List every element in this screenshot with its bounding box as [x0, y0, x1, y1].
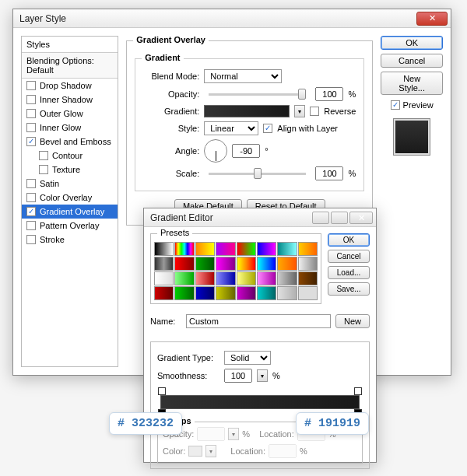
smoothness-dropdown-icon[interactable]	[257, 369, 268, 382]
style-checkbox[interactable]	[26, 137, 36, 146]
maximize-icon[interactable]	[331, 212, 348, 224]
ge-save-button[interactable]: Save...	[328, 282, 370, 296]
preset-swatch[interactable]	[277, 286, 297, 300]
preset-swatch[interactable]	[174, 286, 194, 300]
style-item-satin[interactable]: Satin	[22, 177, 118, 191]
preset-swatch[interactable]	[277, 271, 297, 285]
style-checkbox[interactable]	[26, 221, 36, 230]
ge-cancel-button[interactable]: Cancel	[328, 250, 370, 263]
preset-swatch[interactable]	[277, 257, 297, 271]
style-checkbox[interactable]	[26, 179, 36, 188]
preset-swatch[interactable]	[237, 271, 256, 285]
style-item-gradient-overlay[interactable]: Gradient Overlay	[22, 205, 118, 219]
style-checkbox[interactable]	[26, 109, 36, 118]
preset-swatch[interactable]	[216, 271, 235, 285]
style-label: Inner Glow	[40, 123, 81, 132]
preset-swatch[interactable]	[195, 257, 215, 271]
styles-panel: Styles Blending Options: Default Drop Sh…	[21, 36, 118, 367]
preset-swatch[interactable]	[257, 257, 276, 271]
style-checkbox[interactable]	[39, 165, 48, 174]
style-select[interactable]: Linear	[204, 121, 258, 135]
preset-swatch[interactable]	[298, 271, 318, 285]
close-icon[interactable]: ✕	[349, 212, 373, 224]
styles-header[interactable]: Styles	[22, 37, 118, 53]
name-input[interactable]	[186, 314, 331, 328]
blend-mode-select[interactable]: Normal	[204, 69, 282, 83]
preset-swatch[interactable]	[237, 242, 256, 256]
ok-button[interactable]: OK	[381, 36, 443, 50]
new-button[interactable]: New	[335, 314, 370, 328]
style-label: Bevel and Emboss	[40, 137, 111, 146]
type-select[interactable]: Solid	[224, 351, 271, 365]
minimize-icon[interactable]	[312, 212, 329, 224]
reverse-checkbox[interactable]	[310, 107, 319, 116]
style-item-color-overlay[interactable]: Color Overlay	[22, 191, 118, 205]
preset-swatch[interactable]	[298, 242, 318, 256]
style-item-drop-shadow[interactable]: Drop Shadow	[22, 79, 118, 93]
preset-swatch[interactable]	[298, 286, 318, 300]
opacity-label: Opacity:	[143, 89, 199, 99]
style-checkbox[interactable]	[26, 95, 36, 104]
opacity-stop-left[interactable]	[158, 387, 166, 395]
gradient-dropdown-icon[interactable]	[294, 105, 305, 117]
preset-swatch[interactable]	[174, 271, 194, 285]
right-column: OK Cancel New Style... Preview	[381, 36, 443, 367]
close-icon[interactable]: ✕	[416, 12, 448, 26]
style-checkbox[interactable]	[26, 123, 36, 132]
preset-swatch[interactable]	[154, 286, 174, 300]
preset-swatch[interactable]	[154, 242, 174, 256]
smoothness-input[interactable]	[224, 369, 252, 383]
preset-swatch[interactable]	[154, 257, 174, 271]
gradient-editor-titlebar[interactable]: Gradient Editor ✕	[144, 208, 376, 227]
layer-style-titlebar[interactable]: Layer Style ✕	[13, 9, 451, 28]
preset-swatch[interactable]	[237, 257, 256, 271]
style-checkbox[interactable]	[26, 207, 36, 216]
style-checkbox[interactable]	[26, 235, 36, 244]
angle-dial[interactable]	[204, 139, 227, 163]
preset-swatch[interactable]	[216, 257, 235, 271]
opacity-slider[interactable]	[209, 93, 306, 96]
style-label: Style:	[143, 124, 199, 133]
opacity-stop-right[interactable]	[354, 387, 362, 395]
ge-load-button[interactable]: Load...	[328, 266, 370, 279]
style-checkbox[interactable]	[39, 151, 48, 160]
preview-checkbox[interactable]	[391, 100, 400, 110]
color-callout-right: # 191919	[296, 412, 369, 435]
style-checkbox[interactable]	[26, 193, 36, 202]
cancel-button[interactable]: Cancel	[381, 54, 443, 68]
style-item-inner-glow[interactable]: Inner Glow	[22, 121, 118, 135]
preset-swatch[interactable]	[257, 286, 276, 300]
preset-swatch[interactable]	[154, 271, 174, 285]
gradient-label: Gradient:	[143, 107, 199, 116]
preset-swatch[interactable]	[195, 271, 215, 285]
gradient-swatch[interactable]	[204, 105, 290, 117]
preset-swatch[interactable]	[216, 242, 235, 256]
style-item-pattern-overlay[interactable]: Pattern Overlay	[22, 219, 118, 233]
preset-swatch[interactable]	[216, 286, 235, 300]
preset-swatch[interactable]	[174, 242, 194, 256]
style-item-stroke[interactable]: Stroke	[22, 233, 118, 247]
style-item-contour[interactable]: Contour	[22, 149, 118, 163]
style-item-inner-shadow[interactable]: Inner Shadow	[22, 93, 118, 107]
opacity-input[interactable]	[315, 87, 343, 101]
angle-input[interactable]	[232, 144, 260, 158]
preset-swatch[interactable]	[195, 286, 215, 300]
ge-ok-button[interactable]: OK	[328, 233, 370, 247]
preset-swatch[interactable]	[257, 271, 276, 285]
new-style-button[interactable]: New Style...	[381, 72, 443, 95]
blending-options-row[interactable]: Blending Options: Default	[22, 53, 118, 79]
align-label: Align with Layer	[277, 124, 338, 133]
style-item-bevel-and-emboss[interactable]: Bevel and Emboss	[22, 135, 118, 149]
scale-slider[interactable]	[209, 173, 306, 175]
preset-swatch[interactable]	[174, 257, 194, 271]
preset-swatch[interactable]	[298, 257, 318, 271]
preset-swatch[interactable]	[195, 242, 215, 256]
preset-swatch[interactable]	[257, 242, 276, 256]
scale-input[interactable]	[315, 166, 343, 180]
preset-swatch[interactable]	[277, 242, 297, 256]
style-item-texture[interactable]: Texture	[22, 163, 118, 177]
style-checkbox[interactable]	[26, 81, 36, 90]
style-item-outer-glow[interactable]: Outer Glow	[22, 107, 118, 121]
preset-swatch[interactable]	[237, 286, 256, 300]
align-checkbox[interactable]	[263, 124, 272, 133]
